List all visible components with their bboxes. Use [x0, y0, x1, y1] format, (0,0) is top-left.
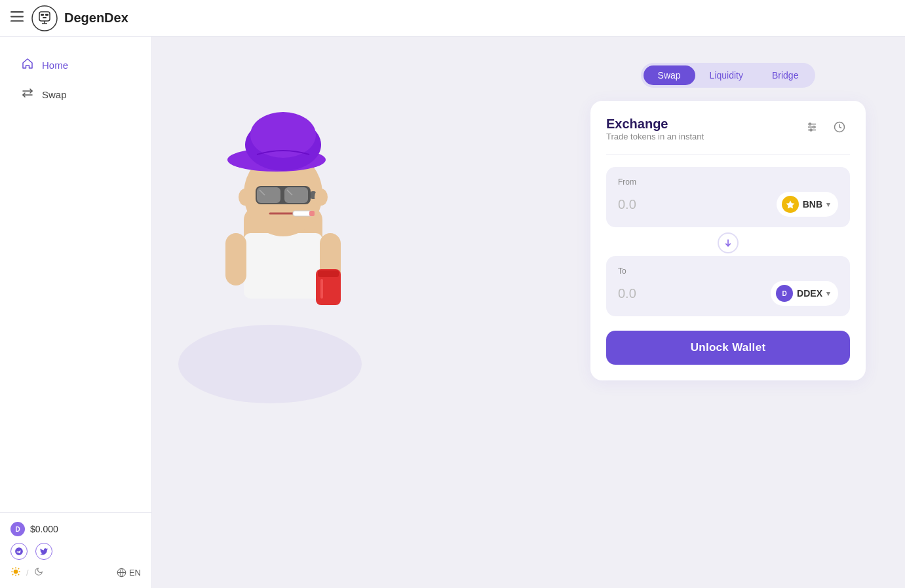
menu-icon[interactable]	[10, 11, 24, 25]
to-row: D DDEX ▾	[618, 281, 838, 306]
to-token-select[interactable]: D DDEX ▾	[771, 281, 838, 306]
sidebar-item-home[interactable]: Home	[5, 51, 146, 79]
from-row: BNB ▾	[618, 192, 838, 217]
svg-point-44	[315, 189, 328, 206]
theme-dark-icon[interactable]	[34, 567, 43, 578]
svg-line-18	[18, 574, 19, 575]
sidebar-home-label: Home	[42, 60, 68, 71]
svg-point-48	[809, 123, 811, 125]
app-title: DegenDex	[64, 10, 128, 26]
theme-light-icon[interactable]	[10, 566, 21, 579]
exchange-header: Exchange Trade tokens in an instant	[606, 117, 850, 152]
ddex-icon: D	[776, 285, 793, 302]
svg-rect-38	[225, 233, 246, 285]
from-label: From	[618, 177, 838, 187]
to-label: To	[618, 266, 838, 276]
swap-direction	[606, 232, 850, 253]
logo-icon	[31, 5, 58, 31]
svg-line-20	[12, 574, 13, 575]
exchange-subtitle: Trade tokens in an instant	[606, 132, 704, 141]
svg-rect-4	[39, 12, 50, 21]
unlock-wallet-button[interactable]: Unlock Wallet	[606, 331, 850, 365]
divider	[606, 155, 850, 155]
to-amount-input[interactable]	[618, 286, 750, 301]
svg-rect-31	[284, 187, 308, 203]
tab-swap[interactable]: Swap	[644, 65, 695, 85]
svg-line-19	[18, 568, 19, 569]
home-icon	[21, 58, 34, 73]
from-token-box: From BNB ▾	[606, 167, 850, 227]
exchange-title: Exchange	[606, 117, 704, 132]
swap-panel: Swap Liquidity Bridge Exchange Trade tok…	[590, 63, 866, 380]
to-chevron-icon: ▾	[826, 289, 830, 298]
tab-bridge[interactable]: Bridge	[758, 65, 813, 85]
svg-point-50	[810, 129, 812, 131]
sidebar-item-swap[interactable]: Swap	[5, 81, 146, 109]
exchange-toolbar	[801, 117, 850, 138]
token-price-icon: D	[10, 522, 25, 536]
swap-direction-button[interactable]	[718, 232, 739, 253]
swap-icon	[21, 87, 34, 102]
header: DegenDex	[0, 0, 905, 37]
language-selector[interactable]: EN	[117, 568, 141, 578]
sidebar: Home Swap D $0.000	[0, 37, 152, 588]
layout: Home Swap D $0.000	[0, 37, 905, 588]
svg-rect-6	[45, 14, 48, 16]
twitter-icon[interactable]	[35, 543, 52, 560]
from-chevron-icon: ▾	[826, 200, 830, 209]
footer-price-row: D $0.000	[10, 522, 141, 536]
svg-rect-24	[244, 233, 322, 299]
token-price: $0.000	[30, 524, 58, 534]
language-label: EN	[129, 568, 141, 578]
svg-rect-30	[257, 187, 280, 203]
sidebar-footer: D $0.000 /	[0, 512, 151, 588]
exchange-card: Exchange Trade tokens in an instant	[590, 101, 866, 380]
character-illustration	[191, 76, 388, 403]
svg-rect-1	[10, 16, 24, 18]
from-token-label: BNB	[803, 199, 822, 210]
svg-point-12	[14, 570, 18, 574]
from-token-select[interactable]: BNB ▾	[777, 192, 838, 217]
svg-rect-42	[320, 279, 323, 299]
svg-marker-52	[786, 200, 794, 208]
telegram-icon[interactable]	[10, 543, 28, 560]
tab-liquidity[interactable]: Liquidity	[695, 65, 758, 85]
svg-rect-2	[10, 20, 24, 22]
svg-rect-5	[41, 14, 44, 16]
theme-divider: /	[26, 568, 29, 578]
footer-theme-row: / EN	[10, 566, 141, 579]
to-token-box: To D DDEX ▾	[606, 256, 850, 316]
tab-switcher: Swap Liquidity Bridge	[641, 63, 816, 88]
sidebar-nav: Home Swap	[0, 37, 151, 123]
svg-rect-0	[10, 11, 24, 13]
from-amount-input[interactable]	[618, 197, 750, 212]
main-content: Swap Liquidity Bridge Exchange Trade tok…	[152, 37, 905, 588]
svg-rect-41	[318, 270, 339, 277]
settings-button[interactable]	[801, 117, 822, 138]
svg-line-17	[12, 568, 13, 569]
sidebar-swap-label: Swap	[42, 89, 67, 100]
svg-point-49	[813, 126, 815, 128]
svg-point-43	[239, 189, 252, 206]
to-token-label: DDEX	[797, 288, 822, 299]
footer-social-row	[10, 543, 141, 560]
svg-rect-37	[309, 211, 315, 216]
bnb-icon	[782, 196, 799, 213]
svg-rect-7	[43, 17, 47, 18]
history-button[interactable]	[829, 117, 850, 138]
